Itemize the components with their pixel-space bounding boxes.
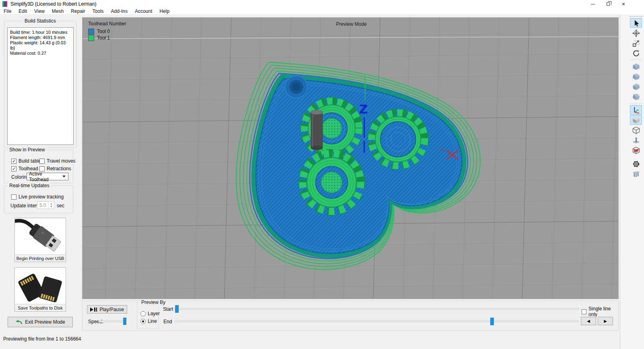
rotate-tool-icon[interactable]	[630, 48, 642, 58]
checkbox-toolhead-box[interactable]: ✓	[11, 166, 17, 171]
menu-mesh[interactable]: Mesh	[48, 8, 67, 14]
menu-addins[interactable]: Add-Ins	[107, 8, 131, 14]
radio-line[interactable]: Line	[140, 318, 157, 324]
stat-plastic-weight: Plastic weight: 14.43 g (0.03 lb)	[10, 40, 71, 51]
view-cube-3-icon[interactable]	[630, 82, 642, 91]
end-slider-track[interactable]	[175, 320, 579, 322]
scale-tool-icon[interactable]	[630, 38, 642, 48]
coordinate-axes-icon[interactable]	[630, 105, 642, 115]
speed-slider-track[interactable]	[99, 320, 126, 322]
save-toolpaths-disk-label: Save Toolpaths to Disk	[15, 304, 66, 311]
realtime-updates-title: Real-time Updates	[8, 183, 51, 188]
next-line-button[interactable]: ▶	[598, 317, 613, 325]
update-interval-unit: sec	[57, 203, 64, 209]
save-toolpaths-disk-button[interactable]: Save Toolpaths to Disk	[14, 267, 66, 312]
build-statistics-box: Build time: 1 hour 10 minutes Filament l…	[7, 27, 74, 145]
menu-account[interactable]: Account	[131, 8, 156, 14]
exit-preview-mode-button[interactable]: Exit Preview Mode	[8, 317, 73, 327]
move-tool-icon[interactable]	[630, 28, 642, 38]
minimize-button[interactable]	[587, 0, 599, 8]
play-pause-icon	[90, 308, 97, 312]
restore-button[interactable]	[602, 0, 614, 8]
menu-view[interactable]: View	[31, 8, 48, 14]
menu-file[interactable]: File	[0, 8, 15, 14]
previous-line-button[interactable]: ◀	[581, 317, 596, 325]
exit-preview-mode-label: Exit Preview Mode	[25, 319, 65, 325]
spinner-arrows-icon[interactable]: ▲▼	[48, 202, 54, 209]
end-slider-thumb[interactable]	[490, 318, 494, 325]
settings-gear-icon[interactable]	[630, 159, 642, 169]
gear-bottom	[303, 153, 361, 211]
toolbar-separator	[629, 103, 643, 103]
status-bar-text: Previewing file from line 1 to 156664	[3, 336, 81, 342]
close-button[interactable]: ×	[617, 0, 630, 8]
radio-line-circle[interactable]	[140, 319, 146, 324]
start-label: Start	[163, 306, 173, 312]
title-bar: Simplify3D (Licensed to Robert Lerman) ×	[0, 0, 644, 8]
checkbox-build-table[interactable]: ✓ Build table	[11, 158, 41, 164]
menu-edit[interactable]: Edit	[15, 8, 31, 14]
stat-build-time: Build time: 1 hour 10 minutes	[10, 30, 71, 35]
tool1-color-swatch	[88, 35, 94, 41]
menu-tools[interactable]: Tools	[89, 8, 107, 14]
tool0-color-swatch	[88, 29, 94, 35]
preview-3d-viewport[interactable]: Z Toolhead Number Tool 0 Tool 1 Preview …	[82, 17, 619, 299]
toolbar-grip[interactable]	[630, 16, 642, 17]
menu-help[interactable]: Help	[156, 8, 173, 14]
start-slider-track[interactable]	[175, 308, 579, 310]
show-in-preview-title: Show in Preview	[8, 147, 47, 153]
support-structures-icon[interactable]	[630, 169, 642, 179]
coloring-dropdown-value: Active Toolhead	[29, 171, 62, 182]
view-cube-2-icon[interactable]	[630, 72, 642, 81]
menu-repair[interactable]: Repair	[67, 8, 89, 14]
checkbox-single-line-box[interactable]	[582, 309, 586, 314]
window-title: Simplify3D (Licensed to Robert Lerman)	[10, 1, 96, 7]
toolhead-cylinder	[311, 110, 323, 150]
view-cube-1-icon[interactable]	[630, 62, 642, 71]
toolhead-legend: Toolhead Number Tool 0 Tool 1	[88, 21, 126, 41]
update-interval-value: 5.0	[39, 202, 46, 208]
speed-slider-thumb[interactable]	[123, 318, 126, 325]
select-cursor-icon[interactable]	[630, 18, 642, 28]
chevron-down-icon	[62, 176, 66, 178]
stat-material-cost: Material cost: 0.27	[10, 51, 71, 56]
legend-title: Toolhead Number	[88, 21, 126, 27]
toolbar-separator	[629, 60, 643, 60]
cross-section-icon[interactable]	[630, 145, 642, 155]
begin-printing-usb-label: Begin Printing over USB	[15, 254, 66, 262]
surface-normal-icon[interactable]	[630, 135, 642, 145]
end-label: End	[163, 319, 172, 324]
checkbox-travel-moves-box[interactable]	[39, 159, 45, 164]
checkbox-build-table-box[interactable]: ✓	[11, 159, 17, 164]
play-pause-button[interactable]: Play/Pause	[87, 305, 127, 314]
z-axis-label: Z	[359, 102, 368, 116]
build-statistics-title: Build Statistics	[23, 18, 58, 24]
gear-right	[372, 113, 425, 166]
update-interval-spinner[interactable]: 5.0 ▲▼	[37, 201, 54, 209]
legend-tool0: Tool 0	[88, 28, 126, 35]
begin-printing-usb-button[interactable]: Begin Printing over USB	[14, 218, 66, 262]
view-cube-4-icon[interactable]	[630, 92, 642, 101]
wireframe-cube-icon[interactable]	[630, 125, 642, 135]
usb-cable-image	[15, 218, 66, 254]
checkbox-live-preview-box[interactable]	[11, 194, 17, 200]
preview-mode-label: Preview Mode	[336, 21, 367, 27]
solid-view-cube-icon[interactable]	[630, 115, 642, 125]
preview-by-title: Preview By	[140, 299, 167, 305]
start-slider-thumb[interactable]	[175, 305, 179, 313]
checkbox-single-line-only[interactable]: Single line only	[582, 306, 618, 317]
preview-transport-bar: Play/Pause Speed: Preview By Layer Line …	[82, 301, 619, 331]
stat-filament-length: Filament length: 4691.9 mm	[10, 35, 71, 40]
green-return-arrow-icon	[15, 319, 23, 325]
build-table-scene[interactable]: Z	[83, 18, 618, 299]
coloring-dropdown[interactable]: Active Toolhead	[27, 173, 68, 180]
radio-layer-circle[interactable]	[140, 311, 146, 316]
app-icon	[2, 1, 8, 7]
legend-tool1: Tool 1	[88, 35, 126, 41]
view-toolbar	[620, 14, 644, 349]
radio-layer[interactable]: Layer	[140, 311, 160, 316]
sd-cards-image	[15, 268, 66, 304]
menu-bar: File Edit View Mesh Repair Tools Add-Ins…	[0, 8, 644, 15]
checkbox-travel-moves[interactable]: Travel moves	[39, 158, 76, 164]
checkbox-live-preview-tracking[interactable]: Live preview tracking	[11, 194, 64, 200]
